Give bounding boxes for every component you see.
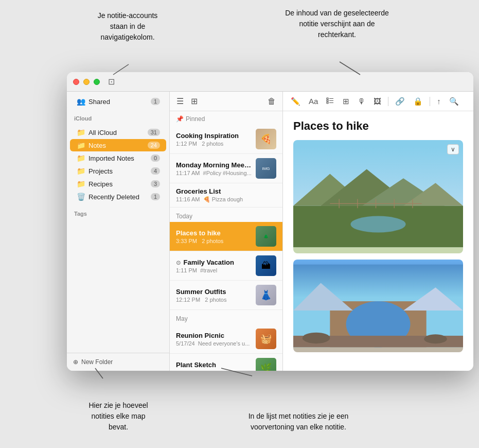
svg-rect-0: [327, 98, 328, 99]
sidebar-item-recently-deleted[interactable]: 🗑️ Recently Deleted 1: [70, 191, 166, 203]
checklist-icon[interactable]: [325, 95, 336, 108]
link-icon[interactable]: 🔗: [394, 95, 406, 108]
notes-list-toolbar: ☰ ⊞ 🗑: [170, 92, 282, 111]
note-item-reunion-picnic[interactable]: Reunion Picnic 5/17/24 Need everyone's u…: [170, 324, 282, 354]
sidebar-item-all-icloud-label: All iCloud: [88, 129, 148, 136]
note-text: Plant Sketch 5/10/24 1 photo: [176, 361, 252, 371]
today-header: Today: [170, 208, 282, 222]
sidebar-item-imported-notes-label: Imported Notes: [88, 154, 151, 162]
note-item-cooking[interactable]: Cooking Inspiration 1:12 PM 2 photos 🍕: [170, 125, 282, 154]
sidebar-item-projects[interactable]: 📁 Projects 4: [70, 165, 166, 177]
note-text: Groceries List 11:16 AM 🍕 Pizza dough: [176, 187, 276, 203]
note-meta: 1:12 PM 2 photos: [176, 141, 252, 147]
note-item-groceries[interactable]: Groceries List 11:16 AM 🍕 Pizza dough: [170, 183, 282, 208]
maximize-button[interactable]: [94, 79, 100, 85]
note-detail-toolbar: ✏️ Aa ⊞ 🎙 🖼 🔗 🔒 ↑ 🔍: [283, 92, 473, 111]
close-button[interactable]: [73, 79, 79, 85]
note-title: Cooking Inspiration: [176, 132, 252, 140]
note-meta: 5/10/24 1 photo: [176, 370, 252, 371]
sidebar-item-projects-badge: 4: [151, 167, 160, 175]
table-icon[interactable]: ⊞: [341, 95, 351, 108]
note-text: ⊙ Family Vacation 1:11 PM #travel: [176, 259, 252, 273]
sidebar-item-shared-badge: 1: [151, 98, 160, 105]
pin-icon: 📌: [176, 115, 184, 123]
search-icon[interactable]: 🔍: [448, 95, 460, 108]
note-thumbnail: 🏔: [256, 255, 276, 276]
sidebar-toggle-button[interactable]: ⊡: [108, 77, 115, 87]
new-folder-label: New Folder: [81, 358, 113, 366]
content-area: 👥 Shared 1 iCloud 📁 All iCloud 31 📁 Note…: [67, 92, 473, 371]
shared-indicator-icon: ⊙: [176, 260, 181, 266]
sidebar-item-projects-label: Projects: [88, 167, 151, 175]
note-meta: 1:11 PM #travel: [176, 267, 252, 273]
minimize-button[interactable]: [83, 79, 90, 85]
note-meta: 12:12 PM 2 photos: [176, 297, 252, 303]
note-text: Cooking Inspiration 1:12 PM 2 photos: [176, 132, 252, 147]
shared-icon: 👥: [76, 97, 85, 106]
new-folder-button[interactable]: ⊕ New Folder: [67, 353, 169, 371]
sidebar-item-recipes-label: Recipes: [88, 180, 151, 188]
note-item-meeting[interactable]: Monday Morning Meeting 11:17 AM #Policy …: [170, 154, 282, 183]
note-thumbnail: 👗: [256, 285, 276, 305]
hike-image-1: [293, 140, 463, 253]
note-title: Plant Sketch: [176, 361, 252, 369]
pinned-label: Pinned: [186, 115, 205, 123]
note-thumbnail: 🌿: [256, 358, 276, 371]
note-thumbnail: 🧺: [256, 329, 276, 349]
pinned-header: 📌 Pinned: [170, 111, 282, 125]
svg-point-26: [424, 334, 447, 343]
sidebar-item-recipes-badge: 3: [151, 180, 160, 187]
note-meta: 11:16 AM 🍕 Pizza dough: [176, 196, 276, 203]
note-title: Groceries List: [176, 187, 276, 195]
note-image-1: ∨: [293, 140, 463, 253]
list-view-icon[interactable]: ☰: [175, 95, 185, 108]
sidebar-item-imported-notes[interactable]: 📁 Imported Notes 0: [70, 152, 166, 164]
note-item-places-hike[interactable]: Places to hike 3:33 PM 2 photos 🌲: [170, 222, 282, 251]
svg-rect-2: [327, 100, 328, 101]
note-item-family-vacation[interactable]: ⊙ Family Vacation 1:11 PM #travel 🏔: [170, 251, 282, 281]
lock-icon[interactable]: 🔒: [412, 95, 424, 108]
sidebar-item-shared-label: Shared: [88, 98, 151, 106]
may-header: May: [170, 310, 282, 324]
title-bar: ⊡: [67, 72, 473, 92]
sidebar-item-notes[interactable]: 📁 Notes 24: [70, 139, 166, 151]
grid-view-icon[interactable]: ⊞: [189, 95, 199, 108]
sidebar-item-all-icloud[interactable]: 📁 All iCloud 31: [70, 126, 166, 139]
imported-notes-icon: 📁: [76, 154, 85, 162]
delete-note-icon[interactable]: 🗑: [266, 95, 277, 108]
image-icon[interactable]: 🖼: [372, 95, 383, 107]
svg-point-25: [303, 333, 330, 343]
compose-icon[interactable]: ✏️: [289, 95, 302, 108]
note-title: Reunion Picnic: [176, 332, 252, 339]
sidebar-item-recipes[interactable]: 📁 Recipes 3: [70, 178, 166, 190]
note-item-plant-sketch[interactable]: Plant Sketch 5/10/24 1 photo 🌿: [170, 354, 282, 371]
sidebar-shared-section: 👥 Shared 1: [67, 92, 169, 111]
svg-point-12: [350, 216, 405, 232]
icloud-section-title: iCloud: [67, 111, 169, 123]
note-thumbnail: 🍕: [256, 129, 276, 149]
notes-folder-icon: 📁: [76, 141, 85, 149]
share-icon[interactable]: ↑: [435, 95, 442, 107]
note-title: Places to hike: [176, 229, 252, 237]
sidebar-item-recently-deleted-label: Recently Deleted: [88, 193, 151, 201]
trash-icon: 🗑️: [76, 193, 85, 201]
toolbar-separator-2: [430, 97, 430, 106]
recipes-icon: 📁: [76, 180, 85, 188]
toolbar-separator: [388, 97, 388, 106]
hike-image-2: [293, 260, 463, 352]
collapse-image-button[interactable]: ∨: [447, 144, 459, 154]
font-icon[interactable]: Aa: [307, 95, 320, 107]
note-title: Summer Outfits: [176, 288, 252, 296]
note-item-summer-outfits[interactable]: Summer Outfits 12:12 PM 2 photos 👗: [170, 281, 282, 310]
callout-top-left: Je notitie-accountsstaan in denavigatige…: [76, 10, 179, 43]
note-image-2: [293, 260, 463, 352]
sidebar-item-recently-deleted-badge: 1: [151, 193, 160, 200]
sidebar: 👥 Shared 1 iCloud 📁 All iCloud 31 📁 Note…: [67, 92, 170, 371]
sidebar-item-imported-notes-badge: 0: [151, 154, 160, 162]
sidebar-item-shared[interactable]: 👥 Shared 1: [70, 95, 166, 108]
note-title: ⊙ Family Vacation: [176, 259, 252, 266]
notes-list: ☰ ⊞ 🗑 📌 Pinned Cooking Inspiration 1:12 …: [170, 92, 283, 371]
folder-icon: 📁: [76, 128, 85, 136]
audio-icon[interactable]: 🎙: [356, 95, 367, 107]
note-text: Places to hike 3:33 PM 2 photos: [176, 229, 252, 244]
